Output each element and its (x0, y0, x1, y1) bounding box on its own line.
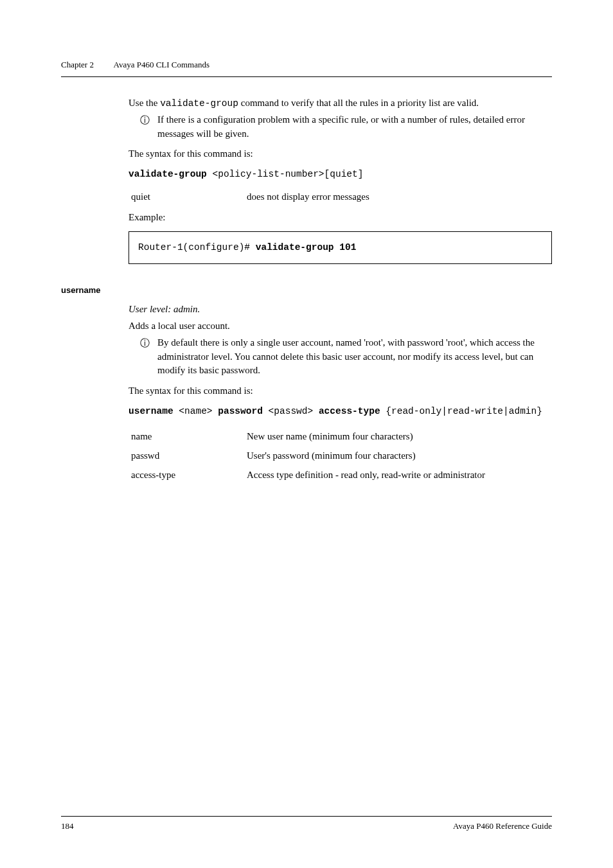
intro-code: validate-group (160, 98, 238, 109)
example-code-block: Router-1(configure)# validate-group 101 (129, 231, 552, 264)
body-column: Use the validate-group command to verify… (61, 96, 552, 482)
doc-title: Avaya P460 Reference Guide (453, 820, 552, 833)
param-row: access-type Access type definition - rea… (131, 468, 552, 483)
syntax-kw-2: password (218, 406, 263, 416)
syntax-kw-1: username (129, 406, 173, 416)
running-head: Chapter 2 Avaya P460 CLI Commands (61, 59, 552, 71)
info-bullet-2: ⓘ By default there is only a single user… (129, 336, 552, 378)
param-desc: New user name (minimum four characters) (247, 430, 552, 444)
syntax-txt-3: {read-only|read-write|admin} (380, 406, 542, 416)
syntax-args: <policy-list-number>[quiet] (207, 169, 364, 179)
param-row: quiet does not display error messages (131, 190, 552, 204)
param-row: passwd User's password (minimum four cha… (131, 449, 552, 463)
syntax-line: validate-group <policy-list-number>[quie… (129, 168, 552, 181)
section-heading-username: username (61, 285, 552, 297)
page: Chapter 2 Avaya P460 CLI Commands Use th… (0, 0, 613, 868)
info-text: By default there is only a single user a… (157, 336, 552, 378)
footer-rule (61, 816, 552, 817)
chapter-title: Avaya P460 CLI Commands (113, 60, 209, 69)
syntax-keyword: validate-group (129, 169, 207, 179)
param-desc: does not display error messages (247, 190, 552, 204)
info-icon: ⓘ (140, 113, 151, 141)
intro-paragraph: Use the validate-group command to verify… (129, 96, 552, 111)
syntax-txt-2: <passwd> (263, 406, 319, 416)
chapter-number: Chapter 2 (61, 59, 94, 71)
syntax-lead: The syntax for this command is: (129, 147, 552, 161)
example-command: validate-group 101 (256, 242, 357, 252)
example-prompt: Router-1(configure)# (138, 242, 256, 252)
intro-text-a: Use the (129, 98, 160, 108)
header-rule (61, 76, 552, 77)
page-number: 184 (61, 820, 74, 833)
syntax-lead-2: The syntax for this command is: (129, 384, 552, 398)
param-table-2: name New user name (minimum four charact… (131, 430, 552, 482)
param-table: quiet does not display error messages (131, 190, 552, 204)
param-name: access-type (131, 468, 247, 483)
example-label: Example: (129, 211, 552, 225)
footer-line: 184 Avaya P460 Reference Guide (61, 820, 552, 833)
info-bullet: ⓘ If there is a configuration problem wi… (129, 113, 552, 141)
footer: 184 Avaya P460 Reference Guide (61, 816, 552, 833)
param-name: name (131, 430, 247, 444)
param-row: name New user name (minimum four charact… (131, 430, 552, 444)
syntax-line-2: username <name> password <passwd> access… (129, 405, 552, 418)
syntax-txt-1: <name> (173, 406, 218, 416)
param-name: passwd (131, 449, 247, 463)
param-desc: User's password (minimum four characters… (247, 449, 552, 463)
user-level: User level: admin. (129, 303, 552, 317)
param-desc: Access type definition - read only, read… (247, 468, 552, 483)
info-text: If there is a configuration problem with… (157, 113, 552, 141)
command-desc: Adds a local user account. (129, 319, 552, 333)
intro-text-b: command to verify that all the rules in … (238, 98, 479, 108)
syntax-kw-3: access-type (319, 406, 380, 416)
param-name: quiet (131, 190, 247, 204)
info-icon: ⓘ (140, 336, 151, 378)
